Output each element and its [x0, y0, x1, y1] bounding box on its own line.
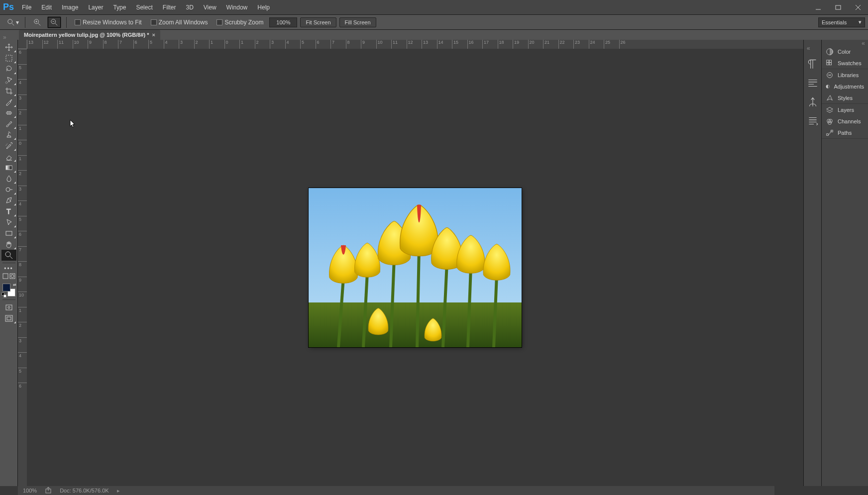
document-stage[interactable]	[27, 49, 803, 486]
svg-rect-18	[6, 166, 12, 170]
menu-filter[interactable]: Filter	[158, 0, 181, 15]
collapse-right-icon[interactable]: «	[822, 40, 868, 46]
eyedropper-tool[interactable]	[1, 97, 16, 107]
workspace-selector[interactable]: Essentials ▾	[818, 17, 865, 27]
panel-styles[interactable]: Styles	[822, 92, 868, 103]
screen-mode-full-icon[interactable]	[1, 313, 16, 324]
gradient-tool[interactable]	[1, 162, 16, 173]
quick-mask-icon-b[interactable]	[9, 273, 15, 281]
menu-image[interactable]: Image	[57, 0, 83, 15]
zoom-in-icon[interactable]	[30, 16, 44, 28]
svg-line-7	[38, 23, 40, 25]
panel-paths[interactable]: Paths	[822, 127, 868, 138]
svg-rect-28	[6, 305, 12, 310]
ruler-h-tick: 4	[164, 40, 168, 49]
close-tab-icon[interactable]: ×	[152, 32, 155, 38]
menu-select[interactable]: Select	[131, 0, 157, 15]
panel-adjustments[interactable]: Adjustments	[822, 81, 868, 92]
ruler-h-tick: 6	[133, 40, 137, 49]
svg-rect-45	[829, 63, 831, 65]
document-tab[interactable]: Moirepattern yellow tulip.jpg @ 100% (RG…	[19, 30, 160, 40]
workspace-label: Essentials	[822, 19, 847, 25]
blur-tool[interactable]	[1, 173, 16, 184]
ruler-v-tick: 3	[18, 186, 27, 192]
expand-dock-icon[interactable]: »	[3, 34, 9, 40]
svg-rect-1	[836, 5, 841, 9]
edit-toolbar-icon[interactable]: •••	[1, 265, 16, 272]
brush-tool[interactable]	[1, 118, 16, 129]
panel-channels-label: Channels	[838, 118, 861, 124]
foreground-color[interactable]	[2, 284, 10, 292]
menu-file[interactable]: File	[17, 0, 36, 15]
panel-channels[interactable]: Channels	[822, 115, 868, 127]
panel-libraries[interactable]: Libraries	[822, 69, 868, 81]
ruler-h-tick: 20	[528, 40, 535, 49]
ruler-v-tick: 2	[18, 170, 27, 176]
ruler-h-tick: 10	[73, 40, 79, 49]
rectangle-tool[interactable]	[1, 228, 16, 239]
screen-mode-standard-icon[interactable]	[1, 302, 16, 313]
menu-help[interactable]: Help	[252, 0, 275, 15]
resize-windows-checkbox[interactable]: Resize Windows to Fit	[72, 19, 145, 26]
foreground-background-swatch[interactable]: ⇄	[1, 283, 16, 297]
svg-line-37	[417, 248, 419, 347]
path-select-tool[interactable]	[1, 217, 16, 228]
horizontal-ruler[interactable]: 1312111098765432101234567891011121314151…	[27, 40, 803, 49]
ruler-origin[interactable]	[18, 40, 27, 49]
panel-color-label: Color	[838, 49, 851, 55]
default-colors-icon[interactable]	[1, 293, 6, 297]
options-bar: ▾ Resize Windows to Fit Zoom All Windows…	[0, 15, 868, 30]
paragraph-styles-icon[interactable]	[806, 114, 819, 126]
hand-tool[interactable]	[1, 239, 16, 250]
fill-screen-button[interactable]: Fill Screen	[339, 17, 376, 27]
status-doc-size[interactable]: Doc: 576.0K/576.0K	[60, 488, 108, 494]
glyphs-panel-icon[interactable]	[806, 96, 819, 107]
panel-color[interactable]: Color	[822, 46, 868, 57]
menu-window[interactable]: Window	[221, 0, 253, 15]
status-zoom[interactable]: 100%	[23, 488, 37, 494]
type-tool[interactable]: T	[1, 206, 16, 217]
pen-tool[interactable]	[1, 195, 16, 206]
clone-stamp-tool[interactable]	[1, 129, 16, 140]
crop-tool[interactable]	[1, 86, 16, 97]
vertical-ruler[interactable]: 654321012345678910123456	[18, 49, 27, 486]
quick-select-tool[interactable]	[1, 75, 16, 86]
zoom-out-icon[interactable]	[47, 16, 61, 28]
menu-3d[interactable]: 3D	[181, 0, 198, 15]
maximize-button[interactable]	[828, 0, 848, 15]
dodge-tool[interactable]	[1, 184, 16, 195]
healing-brush-tool[interactable]	[1, 107, 16, 118]
zoom-tool[interactable]	[1, 250, 16, 261]
history-brush-tool[interactable]	[1, 140, 16, 151]
fit-screen-button[interactable]: Fit Screen	[300, 17, 336, 27]
menu-type[interactable]: Type	[108, 0, 131, 15]
marquee-tool[interactable]	[1, 53, 16, 64]
status-menu-icon[interactable]: ▸	[117, 488, 120, 494]
document-canvas[interactable]	[309, 188, 522, 347]
window-controls	[808, 0, 868, 15]
eraser-tool[interactable]	[1, 151, 16, 162]
ruler-h-tick: 19	[513, 40, 519, 49]
zoom-percent-input[interactable]: 100%	[269, 17, 297, 27]
swap-colors-icon[interactable]: ⇄	[13, 283, 16, 287]
menu-edit[interactable]: Edit	[36, 0, 57, 15]
panel-swatches[interactable]: Swatches	[822, 57, 868, 69]
ruler-h-tick: 18	[498, 40, 504, 49]
close-window-button[interactable]	[848, 0, 868, 15]
character-panel-icon[interactable]	[806, 77, 819, 89]
ruler-v-tick: 4	[18, 200, 27, 206]
minimize-button[interactable]	[808, 0, 828, 15]
share-icon[interactable]	[45, 487, 52, 495]
quick-mask-icon-a[interactable]	[2, 273, 8, 281]
move-tool[interactable]	[1, 42, 16, 53]
paragraph-panel-icon[interactable]	[806, 58, 819, 70]
current-tool-icon[interactable]: ▾	[6, 16, 20, 28]
lasso-tool[interactable]	[1, 64, 16, 75]
panel-layers[interactable]: Layers	[822, 104, 868, 115]
menu-view[interactable]: View	[199, 0, 221, 15]
scrubby-zoom-checkbox[interactable]: Scrubby Zoom	[214, 19, 266, 26]
ruler-h-tick: 2	[194, 40, 198, 49]
collapse-handle-icon[interactable]: «	[807, 45, 810, 51]
zoom-all-checkbox[interactable]: Zoom All Windows	[148, 19, 211, 26]
menu-layer[interactable]: Layer	[83, 0, 108, 15]
